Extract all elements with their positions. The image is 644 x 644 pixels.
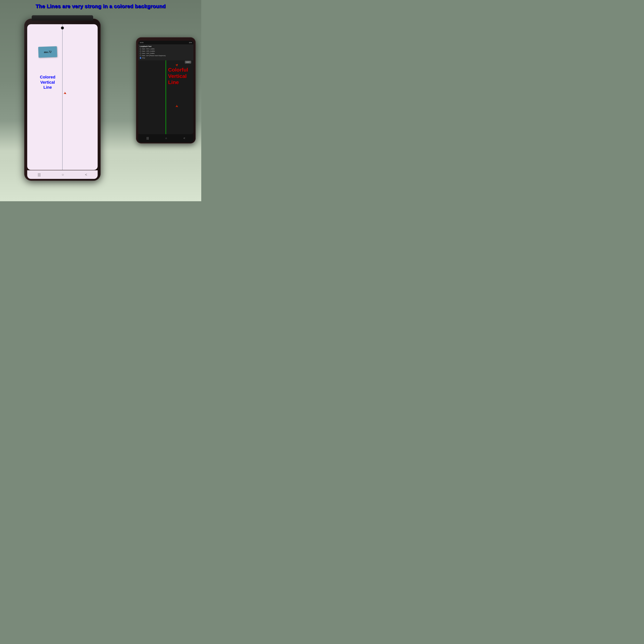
main-phone-screen: mo.72 Colored Vertical Line ➤ — [27, 24, 98, 170]
colorful-vertical-line-label: Colorful Vertical Line — [168, 67, 188, 86]
loopback-label-0: Start : RCV_1stMic — [142, 48, 155, 50]
phone-body: mo.72 Colored Vertical Line ➤ ||| ○ < — [24, 19, 101, 181]
colored-label-line2: Vertical — [40, 80, 55, 85]
main-vertical-line — [62, 24, 63, 170]
colorful-label-line3: Line — [168, 79, 188, 86]
main-phone-navbar: ||| ○ < — [27, 170, 98, 179]
second-phone: 16:53 32% Loopback Test Start : RCV_1stM… — [136, 37, 196, 143]
colorful-label-line1: Colorful — [168, 67, 188, 73]
second-phone-navbar: ||| ○ < — [138, 134, 193, 142]
colorful-label-line2: Vertical — [168, 73, 188, 79]
radio-spk2[interactable] — [140, 50, 141, 52]
second-nav-home-icon[interactable]: ○ — [165, 137, 167, 140]
page-heading: The Lines are very strong in a colored b… — [0, 3, 201, 9]
radio-ep[interactable] — [140, 55, 141, 56]
exit-button[interactable]: EXIT — [185, 61, 191, 64]
second-nav-back-icon[interactable]: < — [184, 137, 185, 140]
radio-stop[interactable] — [140, 57, 141, 59]
second-phone-screen: 16:53 32% Loopback Test Start : RCV_1stM… — [138, 41, 193, 134]
arrow-down-icon: ➤ — [174, 103, 179, 109]
loopback-item-4[interactable]: Stop — [140, 57, 192, 59]
colored-label-line3: Line — [40, 85, 55, 90]
camera-dot — [61, 27, 64, 29]
loopback-label-2: Start : SPK_3rdMic — [142, 53, 155, 54]
colored-vertical-line-label: Colored Vertical Line — [40, 75, 55, 90]
status-battery: 32% — [189, 42, 192, 43]
radio-rcv[interactable] — [140, 48, 141, 50]
main-phone: mo.72 Colored Vertical Line ➤ ||| ○ < — [24, 19, 101, 181]
second-nav-recent-icon[interactable]: ||| — [146, 137, 149, 140]
colored-label-line1: Colored — [40, 75, 55, 80]
loopback-title: Loopback Test — [140, 45, 192, 47]
nav-home-icon[interactable]: ○ — [62, 173, 64, 177]
radio-spk3[interactable] — [140, 53, 141, 54]
label-sticker-text: mo.72 — [44, 50, 51, 54]
loopback-item-3[interactable]: Start : E/P (Please insert Earphone) — [140, 55, 192, 56]
arrow-to-line: ➤ — [63, 90, 68, 96]
status-time: 16:53 — [140, 42, 143, 43]
nav-back-icon[interactable]: < — [85, 173, 87, 177]
label-sticker: mo.72 — [38, 46, 57, 58]
loopback-ui: Loopback Test Start : RCV_1stMic Start :… — [138, 44, 193, 60]
second-phone-body: 16:53 32% Loopback Test Start : RCV_1stM… — [136, 37, 196, 143]
nav-recent-icon[interactable]: ||| — [38, 173, 41, 177]
loopback-item-1[interactable]: Start : SPK_2ndMic — [140, 50, 192, 52]
phone-hinge — [32, 15, 93, 20]
loopback-item-0[interactable]: Start : RCV_1stMic — [140, 48, 192, 50]
loopback-item-2[interactable]: Start : SPK_3rdMic — [140, 53, 192, 54]
loopback-label-1: Start : SPK_2ndMic — [142, 50, 155, 52]
loopback-label-4: Stop — [142, 57, 145, 59]
status-bar: 16:53 32% — [138, 41, 193, 44]
loopback-label-3: Start : E/P (Please insert Earphone) — [142, 55, 166, 56]
